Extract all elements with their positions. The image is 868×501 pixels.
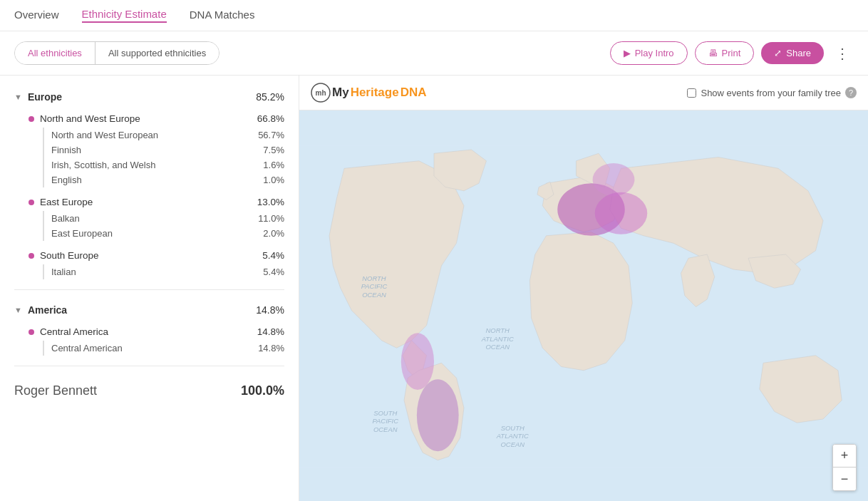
east-europe-highlight [595, 192, 648, 234]
map-container: NORTH PACIFIC OCEAN NORTH ATLANTIC OCEAN… [299, 108, 868, 501]
svg-text:ATLANTIC: ATLANTIC [496, 432, 529, 440]
share-button[interactable]: ⤢ Share [761, 42, 824, 64]
item-label: Balkan [51, 213, 80, 224]
svg-text:OCEAN: OCEAN [362, 291, 386, 299]
show-events-group: Show events from your family tree ? [687, 87, 857, 98]
play-intro-button[interactable]: ▶ Play Intro [610, 41, 688, 65]
item-pct: 5.4% [263, 267, 284, 277]
logo-my: My [332, 86, 349, 100]
logo-heritage: Heritage [351, 86, 399, 100]
section-america[interactable]: ▼ America 14.8% [14, 297, 284, 320]
subgroup-south-europe: South Europe 5.4% Italian 5.4% [14, 244, 284, 282]
item-pct: 56.7% [258, 130, 284, 140]
item-label: East European [51, 228, 113, 239]
subgroup-east-label: East Europe [40, 197, 93, 207]
myheritage-logo: mh MyHeritageDNA [311, 83, 427, 103]
svg-text:SOUTH: SOUTH [373, 409, 397, 417]
subgroup-south-label: South Europe [40, 250, 99, 261]
dot-east [29, 200, 34, 205]
list-item: Central American 14.8% [43, 341, 284, 356]
more-icon: ⋮ [835, 45, 849, 62]
list-item: East European 2.0% [43, 226, 284, 241]
zoom-controls: + − [832, 444, 857, 491]
share-icon: ⤢ [774, 48, 782, 58]
dot-north-west [29, 116, 34, 122]
svg-text:NORTH: NORTH [486, 326, 510, 334]
logo-circle-icon: mh [311, 83, 331, 103]
item-pct: 1.6% [263, 160, 284, 170]
map-header: mh MyHeritageDNA Show events from your f… [299, 76, 868, 110]
help-icon[interactable]: ? [845, 87, 857, 98]
subgroup-central-america: Central America 14.8% Central American 1… [14, 320, 284, 358]
toolbar: All ethnicities All supported ethnicitie… [0, 31, 868, 76]
top-nav: Overview Ethnicity Estimate DNA Matches [0, 0, 868, 31]
filter-all-ethnicities[interactable]: All ethnicities [15, 42, 95, 64]
chevron-europe: ▼ [14, 93, 22, 101]
item-label: Central American [51, 343, 123, 353]
svg-text:SOUTH: SOUTH [501, 424, 525, 432]
south-america-highlight [417, 379, 459, 451]
chevron-america: ▼ [14, 306, 22, 314]
zoom-in-button[interactable]: + [833, 445, 856, 468]
item-pct: 7.5% [263, 145, 284, 155]
subgroup-north-west-label: North and West Europe [40, 113, 140, 124]
zoom-out-button[interactable]: − [833, 468, 856, 490]
subgroup-north-west-pct: 66.8% [257, 113, 284, 124]
item-label: Italian [51, 267, 76, 277]
central-america-highlight [401, 333, 434, 390]
item-pct: 2.0% [263, 228, 284, 239]
list-item: Balkan 11.0% [43, 211, 284, 226]
nav-dna-matches[interactable]: DNA Matches [190, 9, 255, 22]
svg-text:OCEAN: OCEAN [373, 425, 398, 433]
map-area: mh MyHeritageDNA Show events from your f… [299, 76, 868, 501]
item-label: Finnish [51, 145, 81, 155]
nav-overview[interactable]: Overview [14, 9, 59, 22]
svg-text:mh: mh [316, 89, 326, 97]
total-pct: 100.0% [241, 383, 284, 398]
main-layout: ▼ Europe 85.2% North and West Europe 66.… [0, 76, 868, 501]
share-label: Share [786, 48, 811, 58]
print-label: Print [722, 48, 741, 58]
show-events-label: Show events from your family tree [701, 88, 841, 98]
subgroup-east-pct: 13.0% [257, 197, 284, 207]
filter-supported-ethnicities[interactable]: All supported ethnicities [95, 42, 219, 64]
dot-south [29, 253, 34, 259]
svg-text:PACIFIC: PACIFIC [361, 282, 388, 290]
subgroup-north-west-europe: North and West Europe 66.8% North and We… [14, 107, 284, 190]
total-row: Roger Bennett 100.0% [14, 373, 284, 401]
subgroup-south-pct: 5.4% [262, 250, 284, 261]
section-america-label: America [28, 304, 67, 316]
subgroup-east-europe: East Europe 13.0% Balkan 11.0% East Euro… [14, 190, 284, 244]
filter-group: All ethnicities All supported ethnicitie… [14, 41, 219, 65]
svg-text:NORTH: NORTH [362, 274, 386, 282]
item-pct: 1.0% [263, 175, 284, 185]
list-item: Italian 5.4% [43, 264, 284, 279]
print-button[interactable]: 🖶 Print [695, 41, 755, 65]
section-europe-pct: 85.2% [256, 91, 284, 103]
world-map-svg: NORTH PACIFIC OCEAN NORTH ATLANTIC OCEAN… [299, 108, 868, 501]
toolbar-right: ▶ Play Intro 🖶 Print ⤢ Share ⋮ [610, 41, 854, 65]
logo-dna: DNA [401, 86, 427, 100]
left-panel: ▼ Europe 85.2% North and West Europe 66.… [0, 76, 299, 501]
svg-text:OCEAN: OCEAN [485, 343, 510, 351]
print-icon: 🖶 [708, 48, 718, 58]
show-events-checkbox[interactable] [687, 88, 696, 98]
more-options-button[interactable]: ⋮ [831, 42, 854, 65]
total-name: Roger Bennett [14, 383, 97, 398]
item-pct: 11.0% [258, 213, 284, 224]
section-america-pct: 14.8% [256, 304, 284, 316]
item-label: English [51, 175, 82, 185]
item-label: Irish, Scottish, and Welsh [51, 160, 155, 170]
svg-text:PACIFIC: PACIFIC [372, 417, 398, 425]
play-icon: ▶ [624, 48, 631, 58]
nav-ethnicity-estimate[interactable]: Ethnicity Estimate [82, 8, 167, 23]
finland-highlight [593, 163, 635, 196]
section-europe[interactable]: ▼ Europe 85.2% [14, 84, 284, 107]
total-divider [14, 366, 284, 366]
section-europe-label: Europe [28, 91, 62, 103]
subgroup-central-label: Central America [40, 326, 108, 337]
list-item: North and West European 56.7% [43, 128, 284, 143]
svg-text:ATLANTIC: ATLANTIC [481, 335, 514, 343]
dot-central [29, 329, 34, 335]
list-item: English 1.0% [43, 172, 284, 187]
